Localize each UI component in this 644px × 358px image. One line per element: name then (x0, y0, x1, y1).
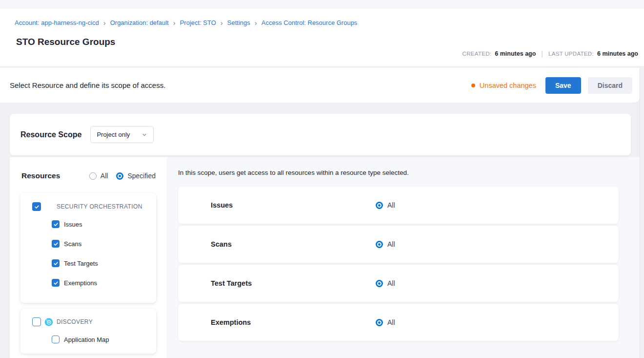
resource-card-scans: Scans All (178, 226, 619, 263)
tree-child-label: Exemptions (64, 279, 97, 287)
breadcrumb-settings-link[interactable]: Settings (227, 19, 250, 26)
exemptions-checkbox[interactable] (52, 279, 60, 287)
tree-child-label: Test Targets (64, 260, 98, 267)
resource-card-label: Issues (211, 201, 233, 209)
page-header: Account: app-harness-ng-cicd › Organizat… (0, 9, 644, 66)
shield-search-icon (190, 276, 202, 290)
tree-child-issues: Issues (52, 214, 156, 234)
chevron-down-icon (141, 132, 147, 138)
breadcrumb-organization-link[interactable]: Organization: default (110, 19, 169, 26)
radio-specified-icon[interactable] (116, 172, 123, 180)
tree-group-label: SECURITY ORCHESTRATION (57, 203, 142, 210)
tree-parent-row: DISCOVERY (32, 316, 156, 328)
scope-message: In this scope, users get access to all r… (178, 169, 640, 176)
resources-panel: Resources All Specified SECURITY ORCHEST… (10, 157, 166, 358)
radio-all-selected-icon[interactable] (376, 241, 383, 248)
application-map-checkbox[interactable] (52, 336, 60, 343)
resource-access-label: All (387, 201, 395, 209)
unsaved-changes-indicator: Unsaved changes (471, 82, 536, 89)
content-area: Resource Scope Project only Resources Al… (0, 103, 640, 358)
tree-child-label: Issues (64, 221, 82, 228)
breadcrumb-separator-icon: › (103, 19, 106, 26)
toolbar-description: Select Resource and define its scope of … (10, 81, 471, 89)
unsaved-changes-label: Unsaved changes (480, 82, 536, 89)
breadcrumb: Account: app-harness-ng-cicd › Organizat… (15, 19, 357, 26)
radio-option-specified[interactable]: Specified (116, 172, 156, 180)
check-icon (34, 204, 40, 210)
check-icon (53, 241, 59, 247)
radio-all-label: All (101, 172, 108, 180)
resource-scope-select[interactable]: Project only (90, 126, 154, 143)
check-icon (53, 261, 59, 266)
tree-child-application-map: Application Map (52, 330, 156, 349)
resource-scope-card: Resource Scope Project only (10, 114, 631, 155)
radio-all-selected-icon[interactable] (376, 319, 383, 326)
page-top-strip (0, 0, 644, 9)
security-orchestration-checkbox[interactable] (32, 202, 41, 211)
shield-search-icon (190, 198, 202, 212)
shield-search-icon (190, 237, 202, 251)
scans-checkbox[interactable] (52, 240, 60, 248)
resource-access-option[interactable]: All (376, 279, 395, 287)
tree-child-exemptions: Exemptions (52, 273, 156, 293)
page-title: STO Resource Groups (16, 37, 115, 47)
radio-all-icon[interactable] (89, 172, 97, 180)
resource-card-label: Exemptions (211, 318, 251, 326)
unsaved-dot-icon (471, 84, 475, 87)
created-value: 6 minutes ago (495, 50, 536, 57)
action-toolbar: Select Resource and define its scope of … (0, 68, 640, 103)
resource-card-test-targets: Test Targets All (178, 265, 619, 302)
resource-access-option[interactable]: All (376, 318, 395, 326)
tree-group-security-orchestration: SECURITY ORCHESTRATION Issues Scans Test… (20, 193, 156, 303)
last-updated-value: 6 minutes ago (597, 50, 638, 57)
created-label: CREATED: (463, 51, 492, 57)
check-icon (53, 280, 59, 286)
resource-access-option[interactable]: All (376, 240, 395, 248)
tree-parent-row: SECURITY ORCHESTRATION (32, 200, 156, 213)
breadcrumb-separator-icon: › (173, 19, 176, 26)
breadcrumb-separator-icon: › (221, 19, 223, 26)
resource-access-label: All (387, 318, 395, 326)
resource-access-label: All (387, 240, 395, 248)
breadcrumb-project-link[interactable]: Project: STO (180, 19, 216, 26)
tree-child-label: Application Map (64, 336, 109, 343)
page-right-gutter (640, 66, 644, 358)
test-targets-checkbox[interactable] (52, 259, 60, 267)
radio-option-all[interactable]: All (89, 172, 108, 180)
radio-all-selected-icon[interactable] (376, 202, 383, 209)
tree-group-discovery: DISCOVERY Application Map (20, 309, 156, 354)
header-meta: CREATED: 6 minutes ago | LAST UPDATED: 6… (463, 50, 638, 58)
issues-checkbox[interactable] (52, 220, 60, 228)
breadcrumb-separator-icon: › (255, 19, 257, 26)
resources-title: Resources (21, 171, 81, 180)
discovery-checkbox[interactable] (32, 317, 41, 326)
scope-details-area: In this scope, users get access to all r… (166, 157, 640, 358)
resource-card-label: Scans (211, 240, 232, 248)
breadcrumb-resource-groups-link[interactable]: Access Control: Resource Groups (262, 19, 358, 26)
resource-card-label: Test Targets (211, 279, 252, 287)
tree-child-test-targets: Test Targets (52, 253, 156, 273)
radio-all-selected-icon[interactable] (376, 280, 383, 287)
meta-divider: | (539, 50, 545, 58)
last-updated-label: LAST UPDATED: (548, 51, 594, 57)
resource-scope-label: Resource Scope (20, 130, 81, 139)
tree-group-label: DISCOVERY (57, 318, 93, 325)
save-button[interactable]: Save (545, 77, 581, 94)
tree-child-scans: Scans (52, 234, 156, 253)
tree-child-label: Scans (64, 240, 81, 248)
check-icon (53, 222, 59, 227)
resource-access-label: All (387, 279, 395, 287)
discard-button[interactable]: Discard (588, 77, 632, 94)
resource-access-option[interactable]: All (376, 201, 395, 209)
breadcrumb-account-link[interactable]: Account: app-harness-ng-cicd (15, 19, 99, 26)
resource-scope-selected-value: Project only (97, 131, 130, 138)
discovery-radar-icon (44, 317, 53, 327)
resources-panel-header: Resources All Specified (21, 171, 156, 180)
resource-card-exemptions: Exemptions All (178, 304, 619, 341)
radio-specified-label: Specified (127, 172, 156, 180)
shield-search-icon (44, 202, 53, 211)
shield-search-icon (190, 316, 202, 329)
resource-card-issues: Issues All (178, 187, 619, 224)
